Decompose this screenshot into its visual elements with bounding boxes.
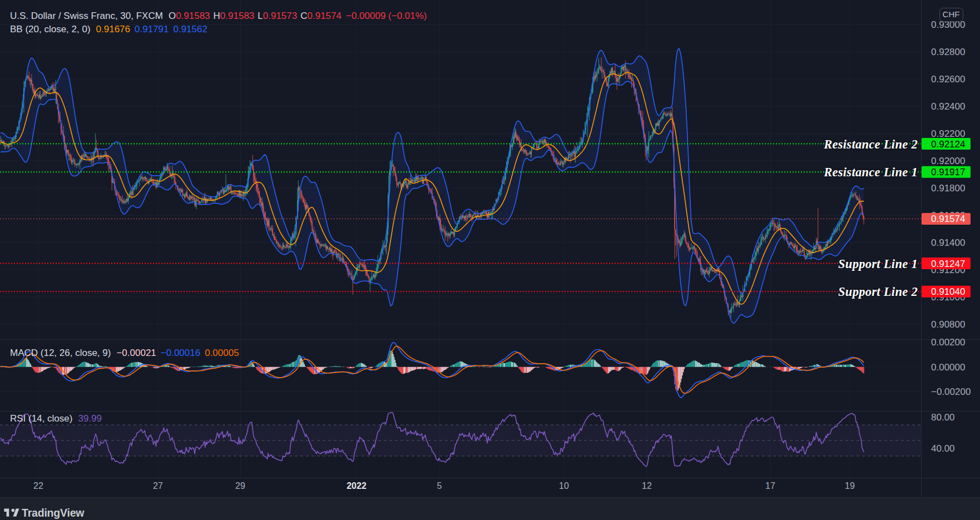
svg-text:0.92800: 0.92800 [931,47,965,57]
svg-text:MACD (12, 26, close, 9)−0.0002: MACD (12, 26, close, 9)−0.00021−0.000160… [10,348,239,358]
svg-text:0.92400: 0.92400 [931,101,965,112]
svg-text:U.S. Dollar / Swiss Franc, 30,: U.S. Dollar / Swiss Franc, 30, FXCMO0.91… [10,11,427,21]
svg-text:0.91574: 0.91574 [931,214,965,224]
svg-text:27: 27 [153,481,163,491]
svg-text:2022: 2022 [347,481,367,491]
svg-text:Resistance Line 2: Resistance Line 2 [823,137,918,151]
svg-text:0.91800: 0.91800 [931,183,965,194]
svg-text:−0.00200: −0.00200 [931,387,971,397]
svg-text:29: 29 [235,481,245,491]
svg-text:0.00000: 0.00000 [931,362,965,373]
svg-text:0.92200: 0.92200 [931,128,965,139]
svg-text:12: 12 [642,481,652,491]
svg-text:17: 17 [765,481,775,491]
svg-text:0.92600: 0.92600 [931,74,965,85]
svg-text:0.90800: 0.90800 [931,319,965,330]
svg-text:5: 5 [437,481,442,491]
svg-text:0.00200: 0.00200 [931,337,965,348]
svg-text:0.93000: 0.93000 [931,19,965,30]
svg-text:0.92000: 0.92000 [931,156,965,166]
svg-text:0.91400: 0.91400 [931,237,965,248]
svg-text:TradingView: TradingView [22,507,85,519]
svg-text:40.00: 40.00 [931,443,955,454]
svg-text:10: 10 [559,481,569,491]
svg-text:0.92124: 0.92124 [931,139,965,150]
svg-text:BB (20, close, 2, 0)0.916760.9: BB (20, close, 2, 0)0.916760.917910.9156… [10,24,207,34]
svg-text:Support Line 1: Support Line 1 [838,257,918,271]
svg-text:22: 22 [33,481,43,491]
svg-text:0.91040: 0.91040 [931,286,965,297]
svg-text:80.00: 80.00 [931,412,955,423]
svg-text:Support Line 2: Support Line 2 [838,285,918,299]
svg-text:RSI (14, close)39.99: RSI (14, close)39.99 [10,413,102,424]
svg-text:0.91917: 0.91917 [931,167,965,177]
svg-text:0.91247: 0.91247 [931,259,965,269]
svg-text:19: 19 [845,481,855,491]
svg-text:Resistance Line 1: Resistance Line 1 [823,165,918,179]
svg-text:CHF: CHF [943,9,960,19]
